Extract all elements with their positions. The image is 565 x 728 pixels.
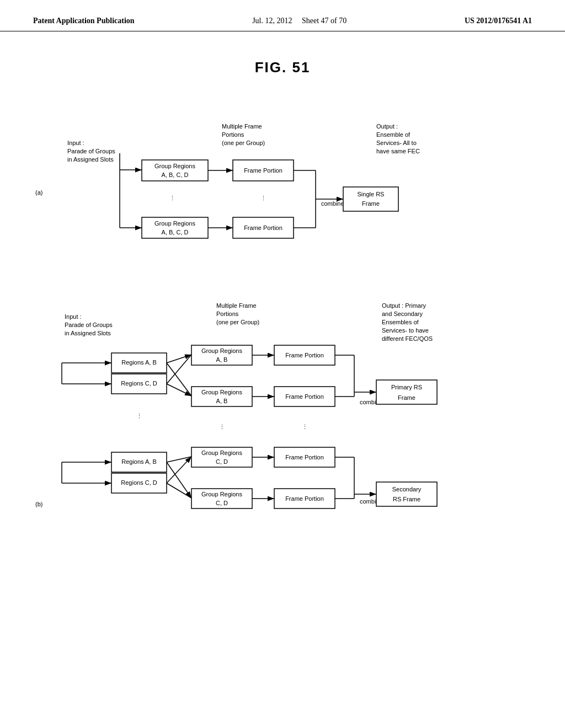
svg-text:Parade of Groups: Parade of Groups — [67, 148, 115, 154]
svg-text:Output :: Output : — [376, 123, 398, 130]
svg-text:Regions C, D: Regions C, D — [121, 479, 157, 486]
svg-text:in Assigned Slots: in Assigned Slots — [65, 330, 111, 336]
diagram-b-svg: (b) Input : Parade of Groups in Assigned… — [34, 286, 531, 633]
svg-line-73 — [167, 457, 191, 462]
svg-text:Group Regions: Group Regions — [154, 163, 195, 169]
svg-text:⋮: ⋮ — [302, 424, 308, 430]
svg-text:Frame Portion: Frame Portion — [285, 393, 324, 400]
header-center: Jul. 12, 2012 Sheet 47 of 70 — [252, 17, 347, 25]
svg-text:A, B, C, D: A, B, C, D — [162, 172, 189, 178]
svg-line-80 — [167, 483, 191, 498]
svg-text:Ensemble of: Ensemble of — [376, 131, 411, 138]
svg-text:Services- to have: Services- to have — [382, 327, 429, 334]
svg-text:Group Regions: Group Regions — [154, 220, 195, 227]
svg-text:Input :: Input : — [65, 313, 82, 320]
svg-text:combine: combine — [321, 200, 344, 207]
svg-text:Secondary: Secondary — [392, 486, 422, 493]
header-right: US 2012/0176541 A1 — [465, 17, 532, 25]
svg-text:Services- All to: Services- All to — [376, 140, 417, 146]
svg-text:Group Regions: Group Regions — [201, 491, 242, 497]
svg-text:A, B, C, D: A, B, C, D — [162, 229, 189, 235]
svg-text:Input :: Input : — [67, 140, 84, 146]
svg-text:Frame Portion: Frame Portion — [244, 224, 282, 231]
svg-text:Parade of Groups: Parade of Groups — [65, 322, 113, 328]
svg-text:Portions: Portions — [216, 311, 239, 317]
svg-text:Group Regions: Group Regions — [201, 389, 242, 395]
svg-text:Frame: Frame — [362, 200, 380, 207]
section-label-a: (a) — [35, 189, 42, 196]
svg-text:(one per Group): (one per Group) — [216, 319, 259, 325]
page-content: FIG. 51 (a) Input : Parade of Groups in … — [0, 31, 565, 666]
svg-text:Regions C, D: Regions C, D — [121, 380, 157, 387]
svg-text:have same FEC: have same FEC — [376, 148, 420, 154]
svg-text:Regions A, B: Regions A, B — [121, 359, 157, 366]
svg-text:Frame: Frame — [398, 394, 415, 401]
svg-text:Ensembles of: Ensembles of — [382, 319, 419, 325]
svg-text:Primary RS: Primary RS — [391, 384, 422, 390]
svg-text:⋮: ⋮ — [260, 195, 266, 201]
svg-text:in Assigned Slots: in Assigned Slots — [67, 156, 114, 163]
svg-text:⋮: ⋮ — [169, 195, 175, 201]
svg-text:Multiple Frame: Multiple Frame — [216, 302, 257, 309]
svg-text:Regions A, B: Regions A, B — [121, 458, 157, 465]
svg-line-79 — [167, 462, 191, 498]
svg-line-65 — [167, 384, 191, 396]
svg-text:and Secondary: and Secondary — [382, 311, 423, 317]
svg-text:Portions: Portions — [222, 131, 244, 138]
svg-text:(one per Group): (one per Group) — [222, 140, 265, 146]
page-header: Patent Application Publication Jul. 12, … — [0, 0, 565, 31]
svg-text:A, B: A, B — [216, 356, 228, 363]
svg-text:Group Regions: Group Regions — [201, 347, 242, 354]
svg-text:Single RS: Single RS — [358, 191, 385, 197]
header-left: Patent Application Publication — [33, 17, 135, 25]
section-label-b: (b) — [35, 501, 42, 507]
svg-text:C, D: C, D — [216, 500, 228, 506]
svg-text:Multiple Frame: Multiple Frame — [222, 123, 262, 130]
svg-line-74 — [167, 457, 191, 483]
svg-text:Frame Portion: Frame Portion — [285, 495, 324, 502]
fig-title: FIG. 51 — [33, 59, 532, 76]
svg-text:Frame Portion: Frame Portion — [285, 352, 324, 358]
svg-text:A, B: A, B — [216, 398, 228, 404]
diagram-a: (a) Input : Parade of Groups in Assigned… — [33, 98, 532, 264]
svg-text:⋮: ⋮ — [219, 424, 225, 430]
svg-text:⋮: ⋮ — [136, 413, 142, 419]
diagram-b: (b) Input : Parade of Groups in Assigned… — [33, 286, 532, 633]
svg-text:Output : Primary: Output : Primary — [382, 302, 427, 309]
svg-text:Frame Portion: Frame Portion — [244, 167, 282, 174]
svg-text:RS Frame: RS Frame — [393, 496, 420, 502]
diagram-a-svg: (a) Input : Parade of Groups in Assigned… — [34, 98, 531, 264]
svg-text:C, D: C, D — [216, 458, 228, 465]
svg-text:different FEC/QOS: different FEC/QOS — [382, 335, 433, 342]
svg-text:Group Regions: Group Regions — [201, 449, 242, 456]
svg-text:Frame Portion: Frame Portion — [285, 454, 324, 461]
